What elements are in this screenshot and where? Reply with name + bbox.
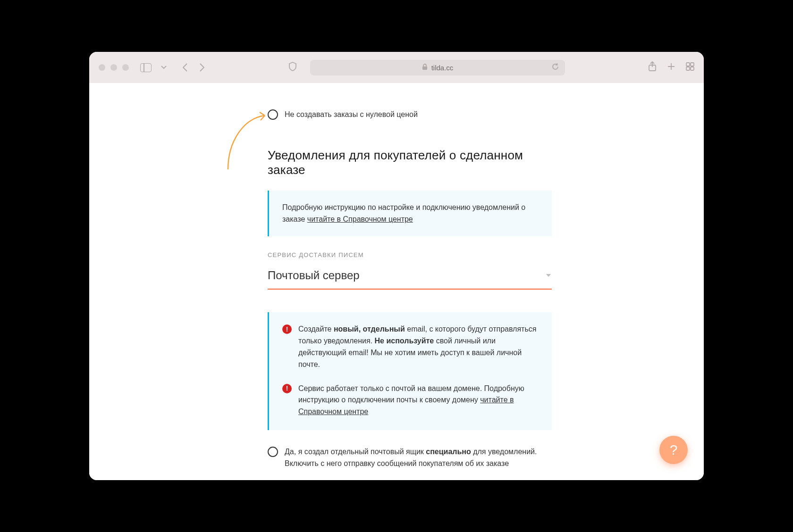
address-bar[interactable]: tilda.cc <box>310 60 565 75</box>
traffic-light-close[interactable] <box>99 64 105 71</box>
checkbox-label: Да, я создал отдельный почтовый ящик спе… <box>285 446 552 470</box>
browser-chrome: tilda.cc <box>89 52 704 83</box>
warning-item-new-email: ! Создайте новый, отдельный email, с кот… <box>282 324 539 370</box>
svg-rect-6 <box>691 63 694 66</box>
info-help-link[interactable]: читайте в Справочном центре <box>307 215 413 223</box>
checkbox-circle-icon <box>268 109 278 120</box>
mail-service-select[interactable]: Почтовый сервер <box>268 265 552 290</box>
nav-arrows <box>182 63 205 72</box>
info-box-help: Подробную инструкцию по настройке и подк… <box>268 191 552 237</box>
svg-marker-9 <box>546 274 551 277</box>
alert-icon: ! <box>282 384 292 393</box>
share-icon[interactable] <box>648 61 657 74</box>
checkbox-no-zero-price-orders[interactable]: Не создавать заказы с нулевой ценой <box>268 109 552 121</box>
tab-group-dropdown[interactable] <box>161 66 167 69</box>
checkbox-circle-icon <box>268 447 278 457</box>
warning-box: ! Создайте новый, отдельный email, с кот… <box>268 312 552 430</box>
lock-icon <box>422 64 428 72</box>
url-host: tilda.cc <box>431 64 454 72</box>
checkbox-confirm-dedicated-mailbox[interactable]: Да, я создал отдельный почтовый ящик спе… <box>268 446 552 470</box>
traffic-lights <box>99 64 129 71</box>
svg-rect-7 <box>686 67 690 70</box>
warning-item-own-domain: ! Сервис работает только с почтой на ваш… <box>282 383 539 418</box>
traffic-light-minimize[interactable] <box>110 64 117 71</box>
tab-overview-icon[interactable] <box>686 62 694 73</box>
question-mark-icon: ? <box>670 442 678 458</box>
nav-forward-icon[interactable] <box>199 63 205 72</box>
svg-rect-8 <box>691 67 694 70</box>
alert-icon: ! <box>282 324 292 334</box>
svg-rect-0 <box>422 66 427 70</box>
svg-rect-5 <box>686 63 690 66</box>
section-title: Уведомления для покупателей о сделанном … <box>268 148 552 177</box>
help-fab-button[interactable]: ? <box>659 436 688 464</box>
nav-back-icon[interactable] <box>182 63 188 72</box>
chrome-right-actions <box>648 61 694 74</box>
chevron-down-icon <box>545 273 552 278</box>
mail-service-value: Почтовый сервер <box>268 269 360 282</box>
privacy-shield-icon[interactable] <box>288 62 297 73</box>
sidebar-toggle-icon[interactable] <box>140 63 152 72</box>
settings-form: Не создавать заказы с нулевой ценой Увед… <box>268 109 552 480</box>
annotation-arrow <box>224 109 271 170</box>
new-tab-icon[interactable] <box>667 62 675 73</box>
reload-icon[interactable] <box>551 63 559 72</box>
mail-service-label: СЕРВИС ДОСТАВКИ ПИСЕМ <box>268 251 552 258</box>
browser-window: tilda.cc <box>89 52 704 480</box>
page-body: Не создавать заказы с нулевой ценой Увед… <box>89 83 704 480</box>
traffic-light-zoom[interactable] <box>122 64 129 71</box>
checkbox-label: Не создавать заказы с нулевой ценой <box>285 109 418 121</box>
